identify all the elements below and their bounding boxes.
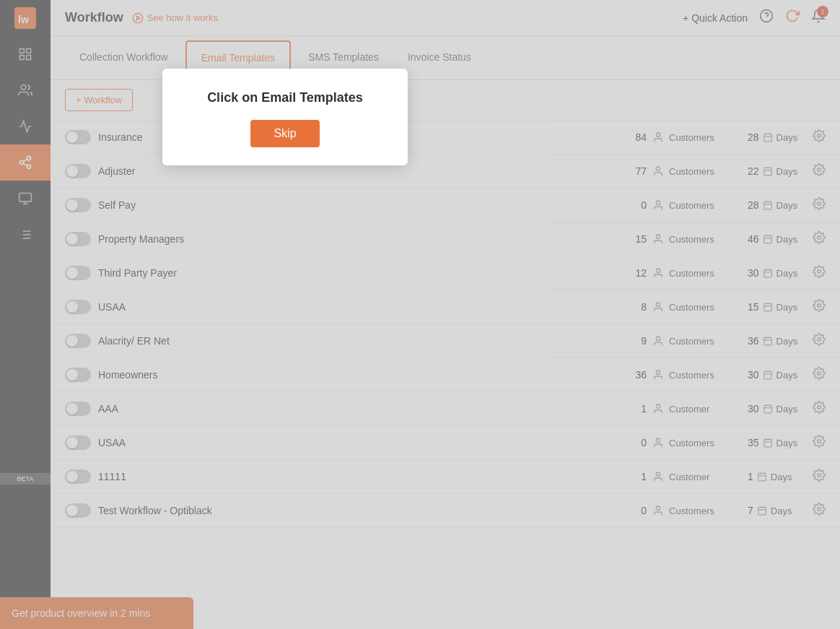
overlay — [0, 0, 840, 629]
popup-tooltip: Click on Email Templates Skip — [162, 69, 408, 165]
skip-button[interactable]: Skip — [250, 120, 319, 147]
popup-title: Click on Email Templates — [207, 90, 363, 105]
